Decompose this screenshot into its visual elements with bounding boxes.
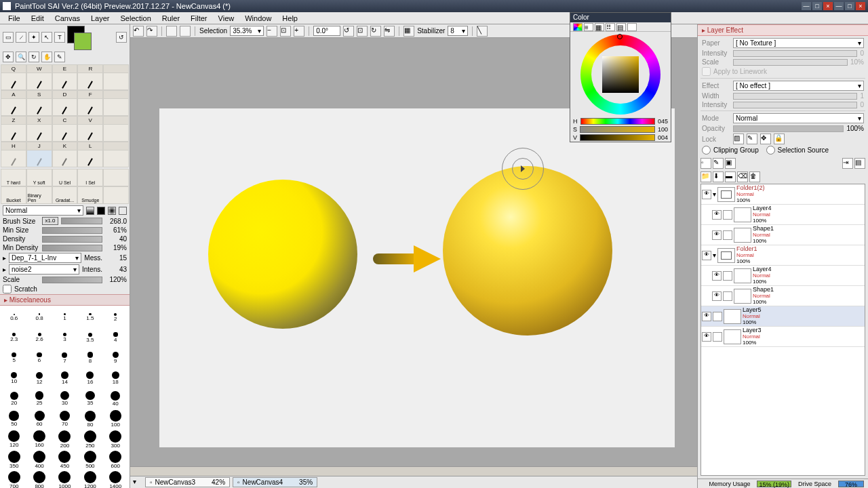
brush-e[interactable] bbox=[52, 73, 78, 90]
move-tool[interactable]: ✥ bbox=[3, 52, 14, 62]
rotate-ccw-button[interactable]: ↺ bbox=[343, 26, 354, 37]
brush-x[interactable] bbox=[26, 124, 52, 142]
rotate-reset-button[interactable]: ⊡ bbox=[357, 26, 368, 37]
menu-layer[interactable]: Layer bbox=[85, 14, 115, 22]
size-dot[interactable]: 9 bbox=[103, 348, 128, 368]
brush-j[interactable] bbox=[26, 150, 52, 167]
layer-row[interactable]: 👁Layer4Normal100% bbox=[701, 205, 865, 225]
wand-tool[interactable]: ✦ bbox=[28, 32, 39, 43]
child-maximize-button[interactable]: □ bbox=[845, 2, 854, 10]
brush-size-mult[interactable]: x1.0 bbox=[42, 217, 58, 225]
scale-slider[interactable] bbox=[42, 277, 102, 283]
radial-icon[interactable] bbox=[108, 207, 116, 215]
gradation-tool[interactable]: Gradat... bbox=[52, 186, 78, 204]
color-tab-swatch[interactable]: ▦ bbox=[595, 23, 604, 31]
val-slider[interactable] bbox=[580, 134, 655, 141]
visibility-icon[interactable]: 👁 bbox=[712, 271, 722, 281]
layer-row[interactable]: 👁Layer4Normal100% bbox=[701, 266, 865, 286]
size-dot[interactable]: 250 bbox=[77, 429, 102, 449]
layer-row[interactable]: 👁Shape1Normal100% bbox=[701, 286, 865, 306]
menu-ruler[interactable]: Ruler bbox=[157, 14, 185, 22]
size-dot[interactable]: 25 bbox=[26, 388, 52, 409]
invert-button[interactable] bbox=[180, 26, 191, 37]
size-dot[interactable]: 0.6 bbox=[1, 307, 26, 327]
brush-f[interactable] bbox=[77, 98, 103, 116]
zoom-fit-button[interactable]: ⊡ bbox=[280, 26, 291, 37]
size-dot[interactable]: 1.5 bbox=[77, 307, 102, 327]
brush-a[interactable] bbox=[1, 98, 26, 116]
color-tab-more[interactable] bbox=[627, 23, 637, 31]
size-dot[interactable]: 1400 bbox=[103, 470, 128, 488]
size-dot[interactable]: 50 bbox=[1, 409, 26, 429]
zoom-in-button[interactable]: + bbox=[294, 26, 304, 37]
layer-row[interactable]: 👁Layer5Normal100% bbox=[701, 306, 865, 327]
hand-tool[interactable]: ✋ bbox=[41, 52, 52, 62]
transfer-button[interactable]: ⇥ bbox=[842, 158, 853, 169]
brush-soft[interactable]: Y soft bbox=[26, 169, 52, 186]
lock-all-icon[interactable]: 🔒 bbox=[774, 134, 785, 144]
flatten-button[interactable]: ▬ bbox=[725, 171, 736, 182]
maximize-button[interactable]: □ bbox=[812, 2, 822, 10]
visibility-icon[interactable]: 👁 bbox=[702, 190, 711, 199]
lock-paint-icon[interactable]: ✎ bbox=[747, 134, 757, 144]
new-mask-button[interactable]: ▣ bbox=[725, 158, 736, 169]
layer-row[interactable]: 👁Shape1Normal100% bbox=[701, 225, 865, 245]
size-dot[interactable]: 70 bbox=[52, 409, 77, 429]
size-dot[interactable]: 80 bbox=[77, 409, 102, 429]
size-dot[interactable]: 6 bbox=[26, 348, 52, 368]
swap-colors-icon[interactable]: ↺ bbox=[116, 32, 127, 43]
lasso-tool[interactable]: ⟋ bbox=[16, 32, 26, 43]
size-dot[interactable]: 8 bbox=[77, 348, 102, 368]
brush-q[interactable] bbox=[1, 73, 26, 90]
grad-icon[interactable] bbox=[86, 207, 94, 215]
color-tab-bars[interactable]: ≡ bbox=[584, 23, 593, 31]
size-dot[interactable]: 350 bbox=[1, 449, 26, 470]
brush-v[interactable] bbox=[77, 124, 103, 142]
visibility-icon[interactable]: 👁 bbox=[702, 312, 711, 321]
size-dot[interactable]: 1000 bbox=[52, 470, 77, 488]
hue-slider[interactable] bbox=[580, 118, 655, 125]
zoom-out-button[interactable]: − bbox=[267, 26, 277, 37]
size-dot[interactable]: 2.3 bbox=[1, 327, 26, 348]
size-dot[interactable]: 3 bbox=[52, 327, 77, 348]
color-tab-wheel[interactable] bbox=[573, 23, 583, 31]
brush-sel1[interactable]: U Sel bbox=[52, 169, 78, 186]
new-layer-button[interactable]: ▫ bbox=[701, 158, 711, 169]
undo-button[interactable]: ↶ bbox=[133, 26, 144, 37]
menu-canvas[interactable]: Canvas bbox=[50, 14, 85, 22]
misc-header[interactable]: ▸ Miscelaneous bbox=[0, 294, 130, 306]
brush-c[interactable] bbox=[52, 124, 78, 142]
paper-select[interactable]: [ No Texture ]▾ bbox=[733, 38, 864, 48]
folder-toggle-icon[interactable]: ▾ bbox=[713, 251, 716, 259]
size-dot[interactable]: 18 bbox=[103, 368, 128, 388]
size-dot[interactable]: 2 bbox=[103, 307, 128, 327]
redo-button[interactable]: ↷ bbox=[146, 26, 157, 37]
menu-window[interactable]: Window bbox=[239, 14, 277, 22]
size-dot[interactable]: 0.8 bbox=[26, 307, 52, 327]
select-rect-tool[interactable]: ▭ bbox=[3, 32, 14, 43]
size-dot[interactable]: 60 bbox=[26, 409, 52, 429]
size-dot[interactable]: 16 bbox=[77, 368, 102, 388]
size-dot[interactable]: 160 bbox=[26, 429, 52, 449]
size-dot[interactable]: 4 bbox=[103, 327, 128, 348]
min-density-slider[interactable] bbox=[42, 245, 102, 251]
size-dot[interactable]: 5 bbox=[1, 348, 26, 368]
brush-h[interactable] bbox=[1, 150, 26, 167]
brush-r[interactable] bbox=[77, 73, 103, 90]
pointer-tool[interactable]: ↖ bbox=[41, 32, 52, 43]
binary-pen-tool[interactable]: Binary Pen bbox=[26, 186, 52, 204]
size-dot[interactable]: 400 bbox=[26, 449, 52, 470]
size-dot[interactable]: 100 bbox=[103, 409, 128, 429]
child-minimize-button[interactable]: — bbox=[834, 2, 844, 10]
size-dot[interactable]: 450 bbox=[52, 449, 77, 470]
size-dot[interactable]: 40 bbox=[103, 388, 128, 409]
size-dot[interactable]: 35 bbox=[77, 388, 102, 409]
size-dot[interactable]: 500 bbox=[77, 449, 102, 470]
brush-size-slider[interactable] bbox=[61, 218, 102, 224]
size-dot[interactable]: 700 bbox=[1, 470, 26, 488]
layer-mode-select[interactable]: Normal▾ bbox=[733, 113, 864, 123]
selection-source-radio[interactable] bbox=[766, 146, 775, 155]
rotate-tool[interactable]: ↻ bbox=[28, 52, 39, 62]
menu-help[interactable]: Help bbox=[277, 14, 303, 22]
color-tab-hist[interactable]: ⠿ bbox=[606, 23, 615, 31]
